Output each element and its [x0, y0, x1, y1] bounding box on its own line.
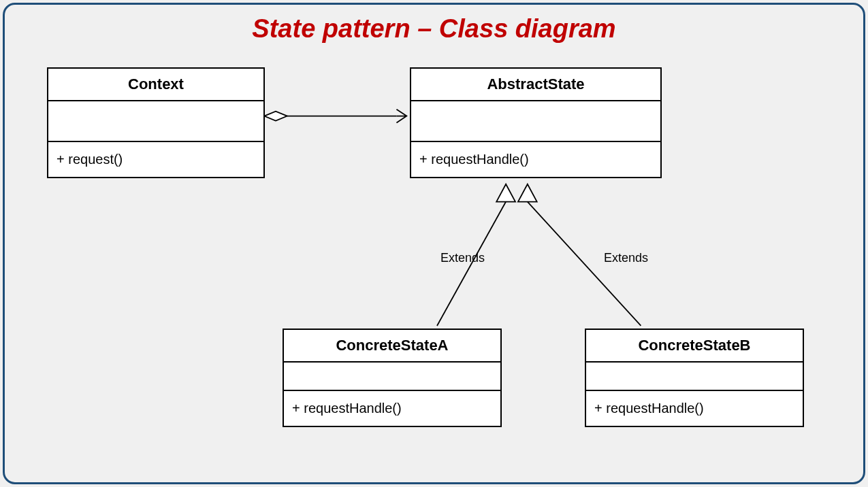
class-context-ops: + request() [48, 142, 263, 177]
class-context-attrs [48, 101, 263, 142]
class-concretestate-a-name: ConcreteStateA [284, 330, 500, 363]
extends-label-a: Extends [440, 251, 485, 265]
class-context: Context + request() [47, 67, 265, 178]
class-concretestate-b-attrs [586, 363, 803, 391]
class-abstractstate-ops: + requestHandle() [411, 142, 660, 177]
extends-label-b: Extends [604, 251, 648, 265]
class-concretestate-b: ConcreteStateB + requestHandle() [585, 329, 804, 427]
class-concretestate-b-name: ConcreteStateB [586, 330, 803, 363]
class-abstractstate-attrs [411, 101, 660, 142]
diagram-title: State pattern – Class diagram [5, 14, 863, 44]
class-concretestate-a: ConcreteStateA + requestHandle() [283, 329, 502, 427]
context-to-abstract-connector [264, 110, 406, 123]
class-concretestate-b-ops: + requestHandle() [586, 391, 803, 426]
class-concretestate-a-ops: + requestHandle() [284, 391, 500, 426]
class-context-name: Context [48, 69, 263, 101]
class-abstractstate-name: AbstractState [411, 69, 660, 101]
class-abstractstate: AbstractState + requestHandle() [410, 67, 662, 178]
class-concretestate-a-attrs [284, 363, 500, 391]
diagram-frame: State pattern – Class diagram Extends Ex… [3, 3, 865, 484]
